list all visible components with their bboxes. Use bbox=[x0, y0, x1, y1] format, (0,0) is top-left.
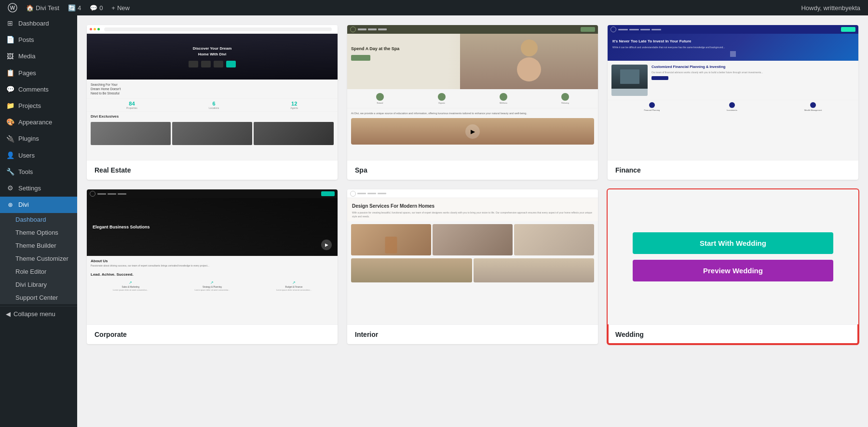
submenu-item-theme-options[interactable]: Theme Options bbox=[0, 226, 77, 239]
sidebar-label-settings: Settings bbox=[18, 184, 41, 193]
preview-wedding-button[interactable]: Preview Wedding bbox=[633, 260, 833, 281]
spa-woman-hair bbox=[517, 57, 541, 81]
finance-hero-sub: While it can be difficult and understand… bbox=[612, 46, 854, 49]
theme-card-wedding[interactable]: Start With Wedding Preview Wedding Weddi… bbox=[608, 189, 858, 344]
theme-card-spa[interactable]: Spend A Day at the Spa Natural Organic bbox=[347, 25, 598, 180]
sidebar-item-comments[interactable]: 💬 Comments bbox=[0, 81, 77, 98]
re-img3 bbox=[254, 122, 334, 145]
sidebar-label-tools: Tools bbox=[18, 168, 33, 176]
mockup-re-hero: Discover Your DreamHome With Divi bbox=[87, 34, 338, 80]
site-name: Divi Test bbox=[36, 4, 59, 12]
theme-preview-finance: It's Never Too Late To Invest In Your Fu… bbox=[608, 25, 858, 160]
sidebar-label-plugins: Plugins bbox=[18, 134, 39, 143]
sidebar-item-users[interactable]: 👤 Users bbox=[0, 147, 77, 164]
sidebar-item-posts[interactable]: 📄 Posts bbox=[0, 32, 77, 48]
submenu-item-role-editor[interactable]: Role Editor bbox=[0, 265, 77, 278]
int-nav-items bbox=[357, 193, 386, 194]
sidebar-label-pages: Pages bbox=[18, 69, 36, 78]
nav-item bbox=[108, 193, 116, 195]
finance-nav-cta bbox=[841, 27, 855, 32]
finance-icon2-label: Investments bbox=[727, 109, 737, 111]
spa-icon3: Wellness bbox=[500, 93, 507, 104]
theme-card-finance[interactable]: It's Never Too Late To Invest In Your Fu… bbox=[608, 25, 858, 180]
sidebar-item-tools[interactable]: 🔧 Tools bbox=[0, 164, 77, 180]
re-img2 bbox=[172, 122, 252, 145]
stat2-num: 6 bbox=[209, 101, 219, 107]
nav-item bbox=[378, 193, 386, 194]
sidebar-item-divi[interactable]: ◎ Divi bbox=[0, 197, 77, 213]
admin-bar-comments[interactable]: 💬 0 bbox=[86, 0, 107, 15]
submenu-label-theme-customizer: Theme Customizer bbox=[15, 255, 68, 262]
admin-bar-new[interactable]: + New bbox=[108, 0, 134, 15]
theme-card-real-estate[interactable]: Discover Your DreamHome With Divi Search… bbox=[87, 25, 338, 180]
start-with-wedding-button[interactable]: Start With Wedding bbox=[633, 232, 833, 254]
nav-item bbox=[118, 193, 126, 195]
laptop-base bbox=[611, 89, 648, 96]
admin-bar-site[interactable]: 🏠 Divi Test bbox=[22, 0, 63, 15]
submenu-label-role-editor: Role Editor bbox=[15, 268, 46, 275]
icon-block bbox=[214, 61, 223, 67]
theme-preview-real-estate: Discover Your DreamHome With Divi Search… bbox=[87, 25, 338, 160]
int-photo2 bbox=[433, 224, 513, 255]
wedding-card-actions: Start With Wedding Preview Wedding bbox=[633, 232, 833, 281]
submenu-item-dashboard[interactable]: Dashboard bbox=[0, 213, 77, 226]
submenu-label-divi-library: Divi Library bbox=[15, 281, 47, 288]
finance-logo bbox=[610, 27, 616, 32]
submenu-item-divi-library[interactable]: Divi Library bbox=[0, 278, 77, 291]
sidebar-item-dashboard[interactable]: ⊞ Dashboard bbox=[0, 15, 77, 32]
sidebar-label-users: Users bbox=[18, 151, 35, 160]
sidebar-item-settings[interactable]: ⚙ Settings bbox=[0, 180, 77, 197]
stat1-num: 84 bbox=[126, 101, 137, 107]
spa-bowl-icon: ▶ bbox=[351, 118, 594, 145]
re-img1 bbox=[91, 122, 171, 145]
theme-label-corporate: Corporate bbox=[87, 324, 338, 344]
submenu-item-theme-builder[interactable]: Theme Builder bbox=[0, 239, 77, 252]
stat2: 6 Locations bbox=[209, 101, 219, 109]
plus-icon: + bbox=[111, 4, 115, 12]
spa-book-btn bbox=[351, 55, 370, 61]
nav-item bbox=[368, 28, 377, 30]
theme-preview-spa: Spend A Day at the Spa Natural Organic bbox=[347, 25, 598, 160]
spa-icon1-label: Natural bbox=[376, 102, 384, 104]
mockup-spa-icons: Natural Organic Wellness Relaxing bbox=[347, 89, 598, 108]
mockup-spa-hero: Spend A Day at the Spa bbox=[347, 34, 598, 89]
nav-item bbox=[358, 28, 366, 30]
int-lower-photo1 bbox=[351, 258, 472, 282]
sidebar-item-pages[interactable]: 📋 Pages bbox=[0, 65, 77, 81]
sidebar-item-plugins[interactable]: 🔌 Plugins bbox=[0, 131, 77, 147]
posts-icon: 📄 bbox=[6, 36, 14, 44]
main-layout: ⊞ Dashboard 📄 Posts 🖼 Media 📋 Pages 💬 Co… bbox=[0, 15, 868, 427]
corp-about-text: Passionate about driving success, our te… bbox=[91, 264, 334, 267]
sidebar-label-comments: Comments bbox=[18, 85, 49, 94]
sidebar-item-media[interactable]: 🖼 Media bbox=[0, 48, 77, 65]
stat1-label: Properties bbox=[126, 107, 137, 109]
theme-label-finance: Finance bbox=[608, 160, 858, 180]
admin-bar-logo-item[interactable]: W bbox=[4, 0, 21, 15]
theme-card-corporate[interactable]: Elegant Business Solutions ▶ About Us Pa… bbox=[87, 189, 338, 344]
sidebar-item-appearance[interactable]: 🎨 Appearance bbox=[0, 114, 77, 131]
submenu-label-support-center: Support Center bbox=[15, 294, 58, 301]
finance-section-heading: Customized Financial Planning & Investin… bbox=[651, 65, 854, 69]
sidebar-label-projects: Projects bbox=[18, 102, 41, 110]
corp-stat1-text: Lorem ipsum dolor sit amet consectetur..… bbox=[91, 289, 170, 291]
wp-logo-icon: W bbox=[8, 3, 17, 13]
theme-card-interior[interactable]: Design Services For Modern Homes With a … bbox=[347, 189, 598, 344]
spa-icon4-circle bbox=[561, 93, 569, 101]
admin-bar: W 🏠 Divi Test 🔄 4 💬 0 + New Howdy, writt… bbox=[0, 0, 868, 15]
admin-bar-updates[interactable]: 🔄 4 bbox=[64, 0, 85, 15]
submenu-item-theme-customizer[interactable]: Theme Customizer bbox=[0, 252, 77, 265]
finance-icon2: Investments bbox=[727, 102, 737, 111]
spa-icon2-circle bbox=[438, 93, 446, 101]
divi-circle: ◎ bbox=[6, 201, 14, 209]
collapse-label: Collapse menu bbox=[14, 310, 55, 318]
corp-stat2-label: Strategy & Planning bbox=[172, 286, 252, 288]
collapse-menu-button[interactable]: ◀ Collapse menu bbox=[0, 306, 77, 321]
re-hero-text: Discover Your DreamHome With Divi bbox=[193, 46, 232, 56]
nav-dot-green bbox=[97, 28, 100, 30]
mockup-re-stats: 84 Properties 6 Locations 12 Agents bbox=[87, 98, 338, 112]
sidebar-item-projects[interactable]: 📁 Projects bbox=[0, 98, 77, 114]
submenu-label-theme-options: Theme Options bbox=[15, 229, 58, 236]
submenu-item-support-center[interactable]: Support Center bbox=[0, 291, 77, 304]
corp-lead-label: Lead. Achive. Succeed. bbox=[87, 270, 338, 279]
corp-nav-items bbox=[97, 193, 126, 195]
